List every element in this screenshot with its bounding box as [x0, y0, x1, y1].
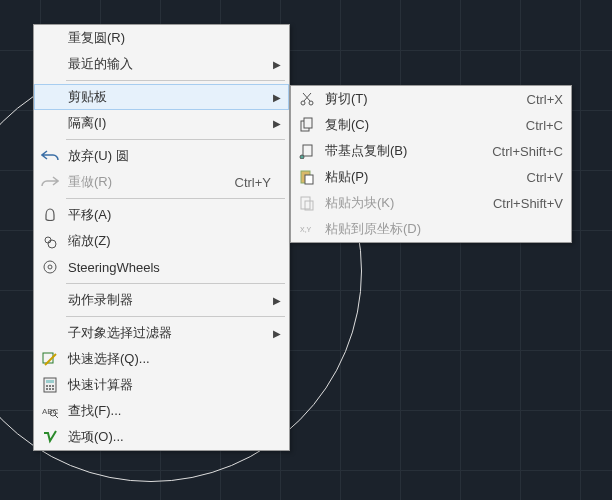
submenu-item-paste-block[interactable]: 粘贴为块(K) Ctrl+Shift+V [291, 190, 571, 216]
menu-shortcut: Ctrl+Shift+C [492, 144, 563, 159]
copy-icon [295, 114, 319, 136]
menu-label: 快速选择(Q)... [68, 350, 271, 368]
menu-shortcut: Ctrl+X [527, 92, 563, 107]
submenu-arrow-icon: ▶ [271, 295, 281, 306]
menu-item-action-recorder[interactable]: 动作录制器 ▶ [34, 287, 289, 313]
blank-icon [38, 112, 62, 134]
menu-label: 隔离(I) [68, 114, 271, 132]
copy-basepoint-icon [295, 140, 319, 162]
menu-shortcut: Ctrl+Y [235, 175, 271, 190]
quick-select-icon [38, 348, 62, 370]
zoom-icon [38, 230, 62, 252]
menu-label: 子对象选择过滤器 [68, 324, 271, 342]
menu-item-repeat[interactable]: 重复圆(R) [34, 25, 289, 51]
menu-label: 粘贴到原坐标(D) [325, 220, 563, 238]
submenu-arrow-icon: ▶ [271, 118, 281, 129]
menu-item-undo[interactable]: 放弃(U) 圆 [34, 143, 289, 169]
submenu-item-copy[interactable]: 复制(C) Ctrl+C [291, 112, 571, 138]
menu-label: 放弃(U) 圆 [68, 147, 271, 165]
menu-label: 剪切(T) [325, 90, 517, 108]
svg-point-10 [46, 388, 48, 390]
paste-block-icon [295, 192, 319, 214]
menu-separator [66, 139, 285, 140]
menu-label: 动作录制器 [68, 291, 271, 309]
svg-point-7 [46, 385, 48, 387]
svg-rect-23 [305, 175, 313, 184]
svg-point-21 [300, 155, 304, 159]
menu-shortcut: Ctrl+C [526, 118, 563, 133]
blank-icon [38, 322, 62, 344]
menu-item-recent-input[interactable]: 最近的输入 ▶ [34, 51, 289, 77]
svg-point-9 [52, 385, 54, 387]
svg-point-16 [301, 101, 305, 105]
menu-item-find[interactable]: ABC 查找(F)... [34, 398, 289, 424]
cut-icon [295, 88, 319, 110]
svg-point-12 [52, 388, 54, 390]
blank-icon [38, 27, 62, 49]
undo-icon [38, 145, 62, 167]
menu-label: 粘贴(P) [325, 168, 517, 186]
svg-point-2 [44, 261, 56, 273]
find-icon: ABC [38, 400, 62, 422]
menu-label: 粘贴为块(K) [325, 194, 483, 212]
svg-point-8 [49, 385, 51, 387]
menu-label: 重做(R) [68, 173, 225, 191]
menu-separator [66, 283, 285, 284]
submenu-arrow-icon: ▶ [271, 59, 281, 70]
submenu-item-paste-orig[interactable]: X,Y 粘贴到原坐标(D) [291, 216, 571, 242]
blank-icon [38, 86, 62, 108]
menu-label: 缩放(Z) [68, 232, 271, 250]
calculator-icon [38, 374, 62, 396]
redo-icon [38, 171, 62, 193]
svg-text:X,Y: X,Y [300, 226, 312, 233]
menu-label: 最近的输入 [68, 55, 271, 73]
menu-separator [66, 198, 285, 199]
svg-point-1 [48, 240, 56, 248]
svg-point-3 [48, 265, 52, 269]
menu-label: 剪贴板 [68, 88, 271, 106]
menu-item-isolate[interactable]: 隔离(I) ▶ [34, 110, 289, 136]
submenu-item-copy-base[interactable]: 带基点复制(B) Ctrl+Shift+C [291, 138, 571, 164]
menu-label: 查找(F)... [68, 402, 271, 420]
menu-item-quick-select[interactable]: 快速选择(Q)... [34, 346, 289, 372]
svg-point-11 [49, 388, 51, 390]
menu-label: 复制(C) [325, 116, 516, 134]
svg-rect-20 [303, 145, 312, 156]
menu-label: 选项(O)... [68, 428, 271, 446]
blank-icon [38, 289, 62, 311]
menu-item-clipboard[interactable]: 剪贴板 ▶ [34, 84, 289, 110]
submenu-arrow-icon: ▶ [271, 328, 281, 339]
menu-item-steeringwheels[interactable]: SteeringWheels [34, 254, 289, 280]
menu-item-options[interactable]: 选项(O)... [34, 424, 289, 450]
menu-label: 平移(A) [68, 206, 271, 224]
menu-label: 带基点复制(B) [325, 142, 482, 160]
menu-label: 快速计算器 [68, 376, 271, 394]
submenu-item-cut[interactable]: 剪切(T) Ctrl+X [291, 86, 571, 112]
menu-shortcut: Ctrl+Shift+V [493, 196, 563, 211]
menu-item-subobject-filter[interactable]: 子对象选择过滤器 ▶ [34, 320, 289, 346]
menu-label: SteeringWheels [68, 260, 271, 275]
clipboard-submenu: 剪切(T) Ctrl+X 复制(C) Ctrl+C 带基点复制(B) Ctrl+… [290, 85, 572, 243]
context-menu: 重复圆(R) 最近的输入 ▶ 剪贴板 ▶ 隔离(I) ▶ 放弃(U) 圆 重做(… [33, 24, 290, 451]
options-icon [38, 426, 62, 448]
steeringwheels-icon [38, 256, 62, 278]
pan-icon [38, 204, 62, 226]
menu-label: 重复圆(R) [68, 29, 271, 47]
menu-item-quickcalc[interactable]: 快速计算器 [34, 372, 289, 398]
svg-rect-19 [304, 118, 312, 128]
menu-item-pan[interactable]: 平移(A) [34, 202, 289, 228]
svg-point-17 [309, 101, 313, 105]
paste-orig-icon: X,Y [295, 218, 319, 240]
svg-rect-6 [46, 380, 54, 383]
menu-item-zoom[interactable]: 缩放(Z) [34, 228, 289, 254]
paste-icon [295, 166, 319, 188]
menu-separator [66, 316, 285, 317]
submenu-item-paste[interactable]: 粘贴(P) Ctrl+V [291, 164, 571, 190]
menu-shortcut: Ctrl+V [527, 170, 563, 185]
menu-separator [66, 80, 285, 81]
menu-item-redo[interactable]: 重做(R) Ctrl+Y [34, 169, 289, 195]
submenu-arrow-icon: ▶ [271, 92, 281, 103]
blank-icon [38, 53, 62, 75]
